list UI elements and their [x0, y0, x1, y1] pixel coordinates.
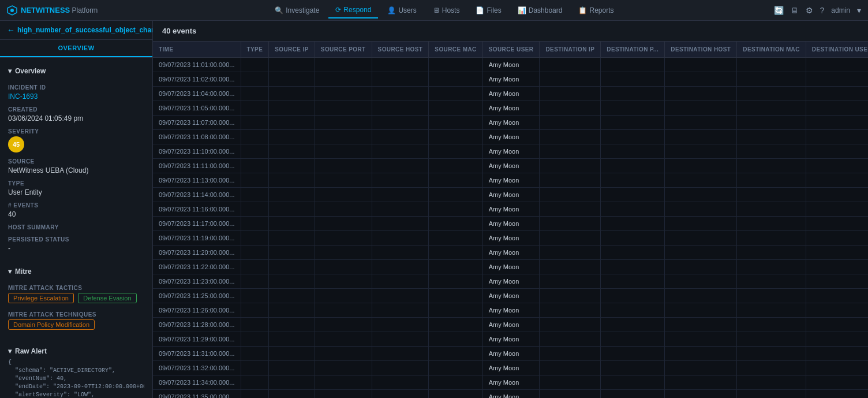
events-table-wrapper[interactable]: TIME TYPE SOURCE IP SOURCE PORT SOURCE H… [153, 42, 868, 398]
investigate-icon: 🔍 [275, 6, 283, 14]
cell-empty [429, 173, 482, 188]
mitre-technique-domain-policy[interactable]: Domain Policy Modification [8, 319, 95, 330]
table-row[interactable]: 09/07/2023 11:31:00.000...Amy Moon [153, 347, 868, 361]
cell-empty [540, 246, 601, 260]
content-area: 40 events TIME TYPE SOURCE IP SOURCE POR… [153, 21, 868, 398]
cell-empty [372, 289, 429, 303]
cell-empty [806, 159, 868, 173]
table-row[interactable]: 09/07/2023 11:10:00.000...Amy Moon [153, 144, 868, 159]
cell-source-user: Amy Moon [482, 101, 540, 116]
col-type[interactable]: TYPE [241, 42, 269, 58]
col-dest-host[interactable]: DESTINATION HOST [665, 42, 737, 58]
cell-empty [372, 87, 429, 101]
cell-time: 09/07/2023 11:17:00.000... [153, 217, 241, 231]
col-source-host[interactable]: SOURCE HOST [372, 42, 429, 58]
table-row[interactable]: 09/07/2023 11:02:00.000...Amy Moon [153, 72, 868, 87]
table-row[interactable]: 09/07/2023 11:20:00.000...Amy Moon [153, 246, 868, 260]
nav-respond[interactable]: ⟳ Respond [328, 2, 378, 18]
raw-alert-header[interactable]: ▾ Raw Alert [8, 344, 144, 359]
table-row[interactable]: 09/07/2023 11:14:00.000...Amy Moon [153, 188, 868, 202]
table-row[interactable]: 09/07/2023 11:23:00.000...Amy Moon [153, 274, 868, 289]
created-label: CREATED [8, 106, 144, 113]
nav-users[interactable]: 👤 Users [380, 3, 423, 18]
col-dest-port[interactable]: DESTINATION P... [601, 42, 665, 58]
table-row[interactable]: 09/07/2023 11:08:00.000...Amy Moon [153, 130, 868, 144]
table-row[interactable]: 09/07/2023 11:29:00.000...Amy Moon [153, 332, 868, 347]
cell-empty [241, 231, 269, 246]
cell-source-user: Amy Moon [482, 274, 540, 289]
table-row[interactable]: 09/07/2023 11:13:00.000...Amy Moon [153, 173, 868, 188]
cell-source-user: Amy Moon [482, 58, 540, 72]
col-dest-ip[interactable]: DESTINATION IP [540, 42, 601, 58]
col-source-mac[interactable]: SOURCE MAC [429, 42, 482, 58]
table-row[interactable]: 09/07/2023 11:16:00.000...Amy Moon [153, 202, 868, 217]
logo-platform: Platform [70, 6, 98, 14]
cell-empty [269, 274, 315, 289]
cell-empty [737, 260, 806, 274]
table-row[interactable]: 09/07/2023 11:04:00.000...Amy Moon [153, 87, 868, 101]
back-link[interactable]: ← high_number_of_successful_object_chang… [7, 25, 145, 35]
cell-empty [269, 173, 315, 188]
col-source-user[interactable]: SOURCE USER [482, 42, 540, 58]
table-row[interactable]: 09/07/2023 11:35:00.000...Amy Moon [153, 390, 868, 399]
cell-time: 09/07/2023 11:32:00.000... [153, 361, 241, 375]
col-source-ip[interactable]: SOURCE IP [269, 42, 315, 58]
nav-reports[interactable]: 📋 Reports [571, 3, 620, 18]
cell-empty [601, 390, 665, 399]
cell-empty [601, 173, 665, 188]
cell-source-user: Amy Moon [482, 188, 540, 202]
cell-empty [269, 72, 315, 87]
table-row[interactable]: 09/07/2023 11:28:00.000...Amy Moon [153, 318, 868, 332]
notification-icon[interactable]: 🖥 [791, 6, 799, 15]
admin-chevron-icon[interactable]: ▾ [857, 6, 861, 15]
table-row[interactable]: 09/07/2023 11:11:00.000...Amy Moon [153, 159, 868, 173]
cell-time: 09/07/2023 11:28:00.000... [153, 318, 241, 332]
mitre-section-header[interactable]: ▾ Mitre [8, 264, 144, 279]
col-dest-mac[interactable]: DESTINATION MAC [737, 42, 806, 58]
help-icon[interactable]: ? [820, 6, 825, 15]
table-row[interactable]: 09/07/2023 11:01:00.000...Amy Moon [153, 58, 868, 72]
table-row[interactable]: 09/07/2023 11:05:00.000...Amy Moon [153, 101, 868, 116]
tab-overview[interactable]: OVERVIEW [0, 40, 152, 57]
refresh-icon[interactable]: 🔄 [774, 6, 784, 15]
logo: NETWITNESS Platform [7, 5, 98, 16]
nav-dashboard[interactable]: 📊 Dashboard [511, 3, 570, 18]
nav-files[interactable]: 📄 Files [469, 3, 508, 18]
cell-empty [737, 231, 806, 246]
table-row[interactable]: 09/07/2023 11:26:00.000...Amy Moon [153, 303, 868, 318]
cell-empty [737, 289, 806, 303]
overview-section-header[interactable]: ▾ Overview [8, 64, 144, 79]
settings-icon[interactable]: ⚙ [806, 6, 813, 15]
cell-empty [269, 202, 315, 217]
mitre-tactic-privilege-escalation[interactable]: Privilege Escalation [8, 293, 74, 303]
persisted-status-value: - [8, 244, 144, 252]
table-row[interactable]: 09/07/2023 11:17:00.000...Amy Moon [153, 217, 868, 231]
table-row[interactable]: 09/07/2023 11:32:00.000...Amy Moon [153, 361, 868, 375]
cell-empty [315, 332, 372, 347]
table-row[interactable]: 09/07/2023 11:34:00.000...Amy Moon [153, 375, 868, 390]
col-time[interactable]: TIME [153, 42, 241, 58]
table-row[interactable]: 09/07/2023 11:22:00.000...Amy Moon [153, 260, 868, 274]
cell-empty [737, 87, 806, 101]
nav-hosts[interactable]: 🖥 Hosts [426, 3, 467, 18]
cell-empty [806, 144, 868, 159]
cell-source-user: Amy Moon [482, 303, 540, 318]
cell-empty [241, 101, 269, 116]
mitre-tactic-defense-evasion[interactable]: Defense Evasion [78, 293, 136, 303]
nav-investigate[interactable]: 🔍 Investigate [268, 3, 326, 18]
col-dest-user[interactable]: DESTINATION USER [806, 42, 868, 58]
table-row[interactable]: 09/07/2023 11:25:00.000...Amy Moon [153, 289, 868, 303]
cell-empty [601, 130, 665, 144]
cell-empty [665, 101, 737, 116]
cell-empty [601, 116, 665, 130]
col-source-port[interactable]: SOURCE PORT [315, 42, 372, 58]
cell-empty [372, 274, 429, 289]
cell-empty [806, 347, 868, 361]
table-row[interactable]: 09/07/2023 11:19:00.000...Amy Moon [153, 231, 868, 246]
cell-empty [665, 231, 737, 246]
cell-empty [540, 101, 601, 116]
incident-id-value[interactable]: INC-1693 [8, 92, 144, 101]
cell-empty [737, 347, 806, 361]
cell-empty [665, 202, 737, 217]
table-row[interactable]: 09/07/2023 11:07:00.000...Amy Moon [153, 116, 868, 130]
